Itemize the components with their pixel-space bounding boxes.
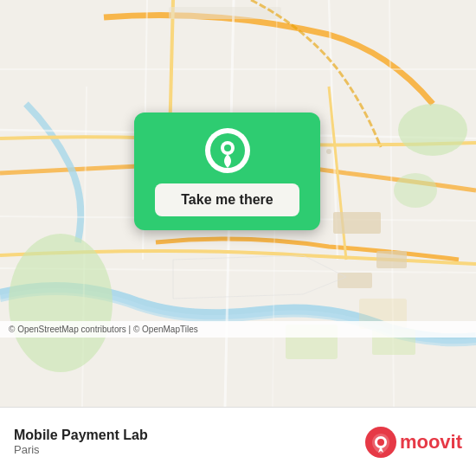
- svg-point-16: [326, 149, 331, 154]
- bottom-bar: Mobile Payment Lab Paris moovit: [0, 407, 476, 476]
- svg-point-13: [394, 173, 437, 208]
- svg-rect-14: [169, 7, 281, 19]
- take-me-there-button[interactable]: Take me there: [155, 183, 299, 216]
- location-pin-icon: [205, 128, 250, 173]
- map-container: Take me there © OpenStreetMap contributo…: [0, 0, 476, 407]
- attribution-bar: © OpenStreetMap contributors | © OpenMap…: [0, 321, 476, 338]
- svg-point-12: [398, 104, 467, 156]
- attribution-text: © OpenStreetMap contributors | © OpenMap…: [9, 325, 198, 334]
- location-info: Mobile Payment Lab Paris: [14, 428, 365, 456]
- moovit-label: moovit: [400, 431, 462, 453]
- moovit-icon: [365, 427, 396, 458]
- location-title: Mobile Payment Lab: [14, 428, 365, 443]
- svg-rect-19: [376, 251, 407, 268]
- moovit-logo[interactable]: moovit: [365, 427, 462, 458]
- svg-point-11: [9, 234, 113, 372]
- location-card: Take me there: [134, 113, 320, 230]
- svg-point-26: [224, 145, 231, 151]
- location-subtitle: Paris: [14, 443, 365, 456]
- svg-rect-18: [333, 212, 381, 234]
- svg-point-29: [377, 439, 384, 446]
